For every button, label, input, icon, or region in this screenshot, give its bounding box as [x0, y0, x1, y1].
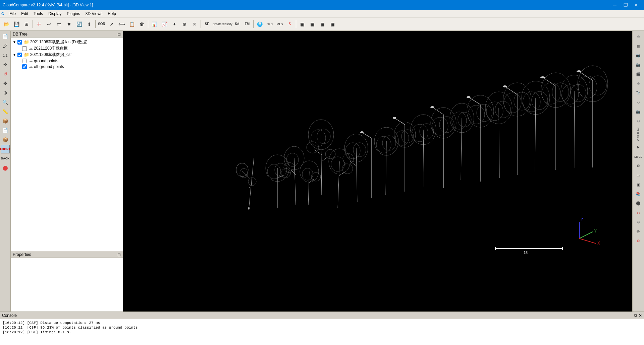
- menu-help[interactable]: Help: [105, 11, 119, 17]
- tb-open[interactable]: 📂: [2, 19, 11, 29]
- checkbox-5[interactable]: [22, 64, 27, 69]
- minimize-button[interactable]: ─: [610, 1, 620, 9]
- menu-tools[interactable]: Tools: [31, 11, 46, 17]
- expand-icon-3[interactable]: ▼: [12, 53, 17, 57]
- tb-close2[interactable]: ✕: [190, 19, 199, 29]
- pan-btn[interactable]: ✥: [1, 79, 10, 88]
- properties-collapse[interactable]: ◻: [117, 252, 121, 257]
- rp-cog2-btn[interactable]: ⚙: [634, 237, 643, 246]
- tree-node-4[interactable]: ☁ ground points: [16, 58, 122, 64]
- db-tree-collapse[interactable]: ◻: [117, 32, 121, 37]
- tb-refresh[interactable]: 🔄: [74, 19, 84, 29]
- 3d-viewport[interactable]: .tree-pc { stroke: #ccc; stroke-width: 0…: [123, 31, 632, 345]
- tb-translate[interactable]: ✛: [34, 19, 44, 29]
- tb-canopo-create[interactable]: Create: [212, 19, 222, 29]
- menu-3dviews[interactable]: 3D Views: [83, 11, 105, 17]
- tb-arrow[interactable]: ↗: [107, 19, 116, 29]
- rp-helmet-btn[interactable]: ⛑: [634, 227, 643, 236]
- rp-block-btn[interactable]: ⊘: [634, 79, 643, 88]
- tree-node-5[interactable]: ☁ off-ground points: [16, 64, 122, 69]
- menu-plugins[interactable]: Plugins: [64, 11, 83, 17]
- tree-node-3[interactable]: ▼ 📁 20211208车载数据_csf: [11, 52, 122, 58]
- restore-button[interactable]: ❐: [621, 1, 631, 9]
- measure-btn[interactable]: 📏: [1, 107, 10, 116]
- tb-trash[interactable]: 🗑: [137, 19, 147, 29]
- tb-kd[interactable]: Kd: [232, 19, 242, 29]
- rp-scope-btn[interactable]: 🔭: [634, 88, 643, 97]
- zoom-fit-btn[interactable]: ✛: [1, 60, 10, 69]
- rp-photo2-btn[interactable]: 📷: [634, 60, 643, 69]
- color-btn[interactable]: ⬤: [1, 163, 10, 172]
- tb-box2[interactable]: ▣: [308, 19, 317, 29]
- expand-icon-1[interactable]: ▼: [12, 40, 17, 44]
- rp-box-btn[interactable]: ▣: [634, 181, 643, 189]
- window-controls[interactable]: ─ ❐ ✕: [610, 1, 641, 9]
- tb-rotate[interactable]: ↩: [44, 19, 54, 29]
- tb-fm[interactable]: FM: [243, 19, 252, 29]
- package-btn[interactable]: 📦: [1, 135, 10, 144]
- rp-x-btn[interactable]: ⊘: [634, 117, 643, 125]
- tb-segment[interactable]: ⇄: [54, 19, 64, 29]
- rp-gear-btn[interactable]: ⚙: [634, 162, 643, 170]
- rp-photo-btn[interactable]: 📷: [634, 51, 643, 60]
- tb-up[interactable]: ⬆: [85, 19, 94, 29]
- tb-box1[interactable]: ▣: [298, 19, 307, 29]
- svg-point-39: [353, 143, 366, 157]
- tb-box3[interactable]: ▣: [318, 19, 327, 29]
- tree-node-1[interactable]: ▼ 📁 20211208车载数据.las (D:/数据): [11, 39, 122, 45]
- select-entity-btn[interactable]: 📄: [1, 32, 10, 41]
- tb-sor[interactable]: SOR: [97, 19, 106, 29]
- checkbox-2[interactable]: [22, 46, 27, 51]
- tb-graph[interactable]: 📈: [160, 19, 169, 29]
- svg-point-2: [248, 207, 250, 210]
- box-btn[interactable]: 📦: [1, 117, 10, 125]
- tb-canopo-classify[interactable]: Classify: [222, 19, 232, 29]
- menu-edit[interactable]: Edit: [18, 11, 31, 17]
- console-close-btn[interactable]: ✕: [639, 313, 642, 318]
- tb-delete[interactable]: ✖: [64, 19, 74, 29]
- rp-film-btn[interactable]: 🎬: [634, 70, 643, 78]
- tb-save[interactable]: 💾: [12, 19, 21, 29]
- back-btn[interactable]: BACK: [1, 154, 10, 163]
- tb-nc[interactable]: N+C: [265, 19, 274, 29]
- tb-star[interactable]: ✦: [170, 19, 179, 29]
- db-tree-content[interactable]: ▼ 📁 20211208车载数据.las (D:/数据) ☁ 20211208车…: [11, 38, 123, 251]
- rp-circle-btn[interactable]: ⚫: [634, 199, 643, 208]
- console-float-btn[interactable]: ⧉: [634, 313, 637, 318]
- edit-btn[interactable]: 🖊: [1, 42, 10, 50]
- zoom-in-btn[interactable]: ⊕: [1, 88, 10, 97]
- tb-align[interactable]: ⟺: [117, 19, 126, 29]
- orbit-btn[interactable]: ↺: [1, 70, 10, 78]
- close-button[interactable]: ✕: [631, 1, 641, 9]
- tb-chart[interactable]: 📊: [150, 19, 159, 29]
- front-btn[interactable]: FRONT: [1, 145, 10, 153]
- checkbox-4[interactable]: [22, 59, 27, 63]
- rp-rect-btn[interactable]: ▭: [634, 171, 643, 180]
- menu-file[interactable]: File: [7, 11, 18, 17]
- zoom-out-btn[interactable]: 🔍: [1, 98, 10, 107]
- rp-m3c2-btn[interactable]: M3C2: [634, 152, 643, 161]
- rp-no-btn[interactable]: ⊘: [634, 32, 643, 41]
- rp-grid-btn[interactable]: ▦: [634, 42, 643, 50]
- tb-sf[interactable]: SF: [202, 19, 212, 29]
- tb-plus[interactable]: ⊕: [180, 19, 189, 29]
- rp-layers-btn[interactable]: 📚: [634, 190, 643, 199]
- svg-line-5: [249, 183, 252, 188]
- tree-node-2[interactable]: ☁ 20211208车载数据: [16, 45, 122, 52]
- tb-clipboard[interactable]: 📋: [127, 19, 137, 29]
- rp-shield-btn[interactable]: 🛡: [634, 98, 643, 107]
- tb-box4[interactable]: ▣: [328, 19, 337, 29]
- menu-display[interactable]: Display: [46, 11, 64, 17]
- zoom-11-btn[interactable]: 1:1: [1, 51, 10, 60]
- rp-block2-btn[interactable]: ⊘: [634, 218, 643, 227]
- rp-red-circle-btn[interactable]: ⬭: [634, 209, 643, 217]
- tb-mls[interactable]: MLS: [275, 19, 284, 29]
- doc-btn[interactable]: 📄: [1, 126, 10, 135]
- checkbox-3[interactable]: [17, 53, 22, 57]
- tb-dbsettings[interactable]: ⊞: [22, 19, 31, 29]
- tb-globe[interactable]: 🌐: [255, 19, 264, 29]
- checkbox-1[interactable]: [17, 40, 22, 45]
- rp-n-btn[interactable]: N: [634, 143, 643, 152]
- rp-cam-btn[interactable]: 📷: [634, 107, 643, 116]
- tb-s[interactable]: S: [285, 19, 294, 29]
